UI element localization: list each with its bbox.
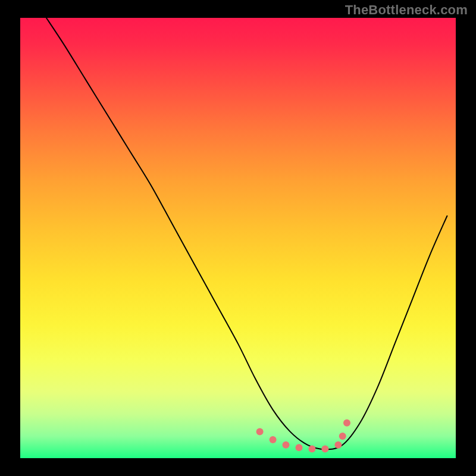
chart-outer: TheBottleneck.com — [0, 0, 476, 476]
marker-dot — [256, 428, 264, 436]
bottleneck-curve — [46, 18, 447, 449]
marker-dot — [270, 436, 277, 443]
chart-svg — [20, 18, 456, 458]
marker-dot — [283, 441, 290, 449]
marker-dot — [321, 446, 328, 453]
marker-dot — [308, 446, 315, 453]
watermark-text: TheBottleneck.com — [345, 2, 468, 18]
marker-dot — [296, 444, 303, 451]
optimal-zone-markers — [256, 419, 350, 453]
marker-dot — [334, 441, 342, 449]
marker-dot — [343, 419, 350, 427]
marker-dot — [339, 433, 346, 440]
plot-area — [20, 18, 456, 458]
